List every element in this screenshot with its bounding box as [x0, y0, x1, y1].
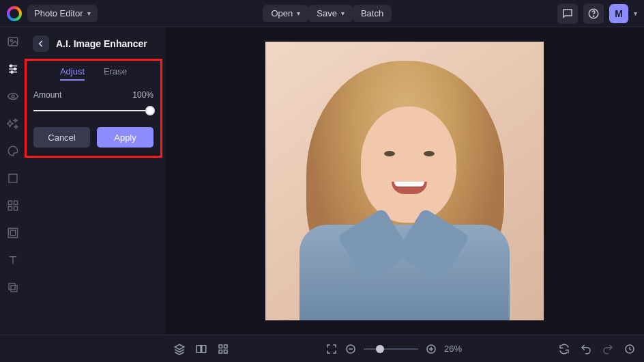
image-icon [7, 36, 19, 48]
svg-rect-21 [219, 350, 222, 353]
zoom-slider[interactable] [364, 348, 418, 350]
redo-button[interactable] [602, 343, 614, 355]
batch-button[interactable]: Batch [353, 5, 392, 22]
tool-frame[interactable] [5, 225, 20, 240]
apply-label: Apply [114, 133, 136, 143]
batch-label: Batch [361, 8, 383, 18]
tool-eye[interactable] [5, 89, 20, 104]
tool-image[interactable] [5, 34, 20, 49]
svg-point-7 [12, 95, 14, 98]
amount-slider[interactable] [33, 104, 153, 117]
eye-icon [7, 90, 19, 102]
zoom-percentage: 26% [444, 344, 462, 354]
slider-thumb[interactable] [145, 106, 155, 115]
redo-icon [602, 343, 614, 355]
amount-label: Amount [33, 90, 61, 100]
svg-rect-10 [14, 201, 18, 204]
canvas-area[interactable] [165, 27, 644, 335]
panel-title: A.I. Image Enhancer [56, 38, 147, 49]
help-button[interactable] [583, 3, 604, 24]
compare-button[interactable] [195, 343, 207, 355]
app-logo [7, 6, 22, 21]
photo-canvas[interactable] [265, 42, 544, 320]
user-avatar[interactable]: M [609, 4, 628, 23]
zoom-slider-thumb[interactable] [376, 345, 384, 353]
grid-icon [217, 343, 229, 355]
user-menu-chevron-icon[interactable]: ▾ [634, 10, 637, 17]
layers-icon [173, 343, 186, 355]
svg-rect-20 [224, 345, 228, 348]
cancel-label: Cancel [48, 133, 75, 143]
top-bar: Photo Editor ▾ Open ▾ Save ▾ Batch M ▾ [0, 0, 644, 27]
save-label: Save [317, 8, 337, 18]
tool-overlay[interactable] [5, 280, 20, 295]
undo-icon [580, 343, 592, 355]
tool-rail [0, 27, 26, 335]
svg-rect-13 [8, 228, 18, 238]
text-icon [7, 254, 19, 266]
enhancer-controls: Adjust Erase Amount 100% Cancel Apply [25, 59, 162, 158]
shapes-icon [7, 199, 19, 212]
tab-adjust[interactable]: Adjust [60, 66, 85, 81]
zoom-out-button[interactable] [345, 343, 357, 355]
grid-view-button[interactable] [217, 343, 229, 355]
open-button[interactable]: Open ▾ [263, 5, 308, 22]
svg-rect-9 [8, 201, 12, 204]
bottom-bar: 26% [0, 335, 644, 362]
chevron-down-icon: ▾ [341, 10, 345, 17]
app-mode-dropdown[interactable]: Photo Editor ▾ [27, 5, 98, 22]
photo-eye-right [424, 151, 435, 156]
svg-rect-12 [14, 207, 18, 210]
layers-button[interactable] [173, 343, 186, 355]
svg-rect-14 [10, 230, 16, 236]
tool-text[interactable] [5, 253, 20, 268]
tool-color[interactable] [5, 143, 20, 158]
save-button[interactable]: Save ▾ [308, 5, 353, 22]
main-area: A.I. Image Enhancer Adjust Erase Amount … [0, 27, 644, 335]
tool-elements[interactable] [5, 198, 20, 213]
app-mode-label: Photo Editor [34, 8, 83, 18]
svg-rect-22 [224, 350, 228, 353]
rotate-icon [558, 343, 570, 355]
plus-circle-icon [425, 343, 437, 355]
arrow-left-icon [36, 39, 46, 48]
history-icon [624, 343, 636, 355]
apply-button[interactable]: Apply [97, 127, 153, 148]
svg-rect-16 [11, 286, 17, 292]
chat-icon [561, 8, 574, 20]
tab-erase[interactable]: Erase [104, 66, 127, 81]
rotate-button[interactable] [558, 343, 570, 355]
photo-eye-left [384, 151, 395, 156]
svg-rect-15 [9, 283, 15, 290]
svg-rect-19 [219, 345, 222, 348]
feedback-button[interactable] [557, 3, 578, 24]
svg-point-3 [10, 40, 12, 42]
photo-mouth [392, 182, 427, 194]
sliders-icon [7, 63, 19, 75]
zoom-in-button[interactable] [425, 343, 437, 355]
undo-button[interactable] [580, 343, 592, 355]
frame-icon [7, 227, 19, 239]
minus-circle-icon [345, 343, 357, 355]
svg-point-5 [14, 68, 16, 70]
tool-adjust[interactable] [5, 61, 20, 76]
overlay-icon [7, 281, 19, 294]
enhancer-panel: A.I. Image Enhancer Adjust Erase Amount … [26, 27, 165, 335]
amount-value: 100% [132, 90, 153, 100]
fit-screen-button[interactable] [325, 343, 338, 355]
help-icon [587, 8, 600, 20]
back-button[interactable] [33, 36, 49, 52]
slider-track [33, 110, 153, 111]
chevron-down-icon: ▾ [297, 10, 300, 17]
svg-rect-18 [202, 345, 206, 352]
svg-rect-11 [8, 207, 12, 210]
open-label: Open [271, 8, 293, 18]
cancel-button[interactable]: Cancel [33, 127, 90, 148]
sparkle-icon [7, 117, 19, 130]
tool-effects[interactable] [5, 116, 20, 131]
history-button[interactable] [624, 343, 636, 355]
tab-adjust-label: Adjust [60, 66, 85, 76]
avatar-initial: M [615, 8, 623, 19]
svg-point-4 [10, 65, 12, 67]
tool-crop[interactable] [5, 171, 20, 186]
